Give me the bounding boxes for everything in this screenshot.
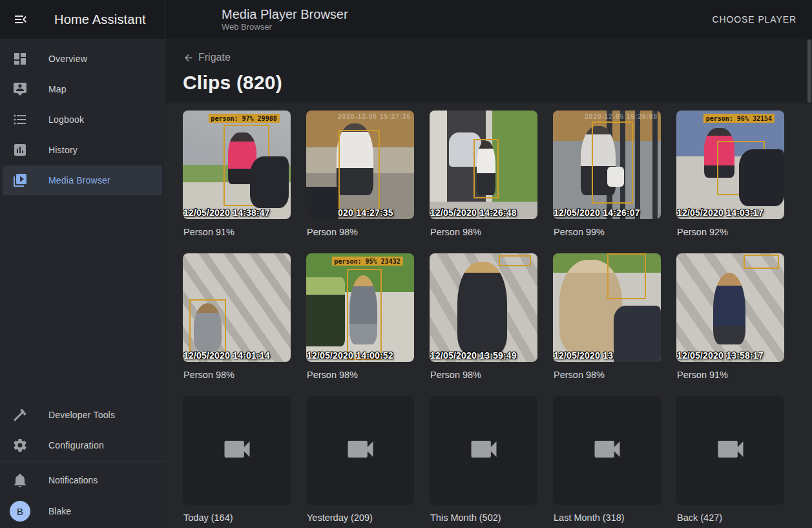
detection-bbox [744,255,779,269]
detection-bbox [347,269,381,360]
hammer-icon [12,407,28,423]
sidebar-item-map[interactable]: Map [3,74,162,104]
folder-tile-yesterday-209[interactable]: Yesterday (209) [306,396,414,528]
folder-thumbnail [183,396,291,505]
breadcrumb[interactable]: Frigate [183,52,231,63]
media-clip-tile[interactable]: person: 97% 2998812/05/2020 14:38:47Pers… [183,111,291,253]
clip-timestamp: 12/05/2020 14:26:48 [430,207,517,218]
clip-thumbnail: person: 95% 2343212/05/2020 14:00:52 [306,253,414,362]
clip-thumbnail: person: 97% 2998812/05/2020 14:38:47 [183,111,291,219]
folder-caption: Today (164) [183,512,291,525]
main-panel: Media Player Browser Web Browser CHOOSE … [165,0,812,528]
media-clip-tile[interactable]: 12/05/2020 13:58:17Person 91% [676,253,784,396]
choose-player-button[interactable]: CHOOSE PLAYER [706,9,803,30]
user-name: Blake [48,506,71,516]
clip-caption: Person 91% [677,370,784,383]
media-clip-tile[interactable]: 12/05/2020 14:26:48Person 98% [430,111,537,253]
sidebar-nav: OverviewMapLogbookHistoryMedia Browser D… [0,39,165,461]
clip-timestamp: 12/05/2020 13:58:17 [677,350,764,361]
app-title: Home Assistant [54,12,146,27]
sidebar-item-label: Overview [48,54,87,64]
clip-thumbnail: 2020-12-05 15:27:3512/05/2020 14:27:35 [306,111,414,219]
media-clip-tile[interactable]: 2020-12-05 15:27:3512/05/2020 14:27:35Pe… [306,111,414,253]
clip-caption: Person 98% [307,227,414,240]
sidebar-item-logbook[interactable]: Logbook [3,105,162,134]
media-clip-tile[interactable]: person: 95% 2343212/05/2020 14:00:52Pers… [306,253,414,396]
folder-thumbnail [430,396,537,505]
media-browser-icon [12,173,28,188]
camera-osd-timestamp: 2020-12-05 15:26:08 [585,113,658,120]
sidebar-item-label: Developer Tools [48,410,115,420]
folder-tile-back-427[interactable]: Back (427) [676,396,784,528]
detection-label: person: 97% 29988 [208,114,279,123]
sidebar-item-history[interactable]: History [3,135,162,165]
user-profile-item[interactable]: B Blake [3,496,162,527]
folder-caption: Last Month (318) [554,512,661,525]
detection-bbox [499,255,531,266]
scrollbar-thumb[interactable] [807,39,811,103]
clip-timestamp: 12/05/2020 14:26:07 [554,207,640,218]
sidebar-header: Home Assistant [0,0,165,39]
folder-caption: Back (427) [677,512,784,525]
sidebar-footer: Notifications B Blake [0,461,165,528]
clip-thumbnail: 12/05/2020 13:58:30 [553,253,661,362]
dashboard-icon [12,51,28,67]
sidebar-item-developer-tools[interactable]: Developer Tools [3,400,162,430]
media-clip-tile[interactable]: 12/05/2020 13:59:49Person 98% [430,253,537,396]
clip-caption: Person 98% [307,370,414,383]
folder-caption: Yesterday (209) [307,512,414,525]
detection-bbox [224,125,269,206]
page-app-subtitle: Web Browser [222,23,348,32]
map-icon [12,81,28,97]
clip-timestamp: 12/05/2020 14:01:14 [183,350,270,361]
gear-icon [12,438,28,453]
user-avatar: B [10,501,30,522]
detection-bbox [338,130,379,210]
detection-bbox [717,141,764,195]
folder-tile-this-month-502[interactable]: This Month (502) [430,396,537,528]
sidebar-toggle-button[interactable] [13,12,28,27]
clip-timestamp: 12/05/2020 14:27:35 [307,207,393,218]
clip-timestamp: 12/05/2020 14:00:52 [307,350,393,361]
back-arrow-icon [183,52,194,63]
detection-label: person: 96% 32154 [703,114,775,123]
clip-caption: Person 98% [430,370,537,383]
sidebar-item-label: History [48,145,78,155]
notifications-label: Notifications [48,475,98,485]
folder-thumbnail [553,396,661,505]
app-bar-titles: Media Player Browser Web Browser [222,7,348,32]
folder-tile-last-month-318[interactable]: Last Month (318) [553,396,661,528]
clip-thumbnail: 12/05/2020 13:59:49 [430,253,537,362]
sidebar-nav-bottom: Developer ToolsConfiguration [0,399,165,461]
history-chart-icon [12,142,28,158]
media-clip-tile[interactable]: 12/05/2020 13:58:30Person 98% [553,253,661,396]
bell-icon [12,472,28,488]
sidebar-item-configuration[interactable]: Configuration [3,430,162,460]
folder-tile-today-164[interactable]: Today (164) [183,396,291,528]
clip-thumbnail: 12/05/2020 13:58:17 [676,253,784,362]
video-camera-icon [467,432,501,469]
sidebar-nav-top: OverviewMapLogbookHistoryMedia Browser [0,43,165,196]
media-clip-tile[interactable]: 2020-12-05 15:26:0812/05/2020 14:26:07Pe… [553,111,661,253]
camera-osd-timestamp: 2020-12-05 15:27:35 [338,113,411,120]
clip-timestamp: 12/05/2020 13:58:30 [554,350,640,361]
logbook-icon [12,112,28,127]
sidebar-item-overview[interactable]: Overview [3,44,162,74]
clip-caption: Person 99% [554,227,661,240]
folder-thumbnail [676,396,784,505]
sidebar-item-media-browser[interactable]: Media Browser [3,165,162,195]
clip-timestamp: 12/05/2020 14:38:47 [183,207,270,218]
app-window: Home Assistant OverviewMapLogbookHistory… [0,0,812,528]
video-camera-icon [344,432,377,469]
media-clip-tile[interactable]: person: 96% 3215412/05/2020 14:03:17Pers… [676,111,784,253]
clip-thumbnail: person: 96% 3215412/05/2020 14:03:17 [676,111,784,219]
folder-thumbnail [306,396,414,505]
video-camera-icon [714,432,747,469]
detection-bbox [189,299,226,355]
sidebar-item-label: Map [48,84,67,94]
media-clip-tile[interactable]: 12/05/2020 14:01:14Person 98% [183,253,291,396]
notifications-item[interactable]: Notifications [3,465,162,496]
clip-thumbnail: 12/05/2020 14:01:14 [183,253,291,362]
app-bar: Media Player Browser Web Browser CHOOSE … [165,0,812,39]
page-app-title: Media Player Browser [222,7,348,22]
